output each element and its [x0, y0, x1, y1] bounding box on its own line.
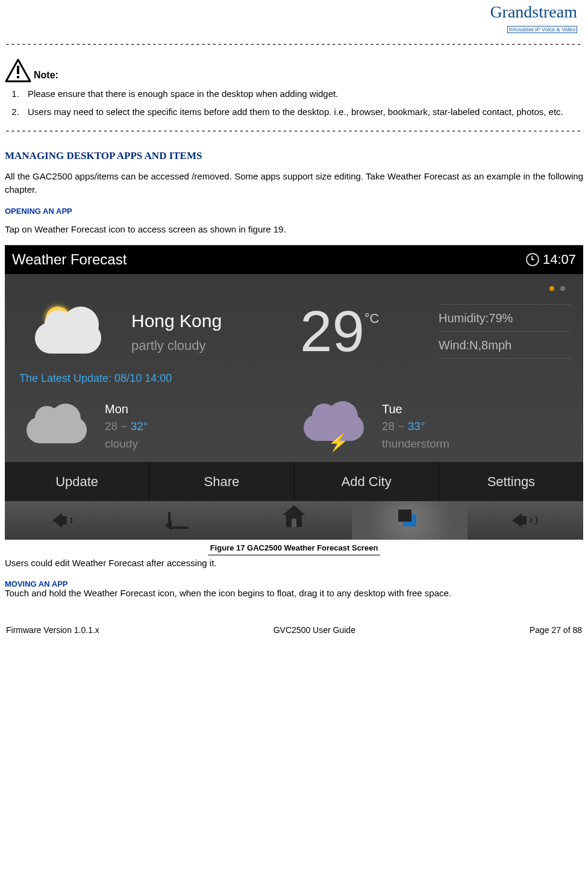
volume-down-icon [52, 513, 74, 528]
volume-up-icon [512, 513, 539, 528]
status-bar: Weather Forecast 14:07 [5, 245, 583, 274]
city-name: Hong Kong [131, 307, 288, 334]
volume-down-button[interactable] [5, 501, 120, 540]
page-indicator [17, 279, 571, 295]
day-condition: thunderstorm [382, 435, 449, 453]
divider: ----------------------------------------… [5, 37, 583, 51]
paragraph-moving: Touch and hold the Weather Forecast icon… [5, 587, 583, 601]
temp-value: 29 [300, 302, 364, 360]
page-dot-active [549, 286, 554, 291]
update-button[interactable]: Update [5, 462, 149, 501]
back-icon [168, 512, 189, 529]
status-clock: 14:07 [526, 249, 576, 269]
note-item: Please ensure that there is enough space… [22, 87, 583, 101]
day-condition: cloudy [105, 435, 148, 453]
temp-range: 28 ~ 32° [105, 418, 148, 435]
temperature: 29 °C [300, 302, 427, 360]
svg-rect-1 [17, 66, 19, 74]
clock-icon [526, 253, 539, 266]
heading-managing: MANAGING DESKTOP APPS AND ITEMS [5, 148, 583, 164]
svg-rect-2 [17, 76, 19, 78]
note-item: Users may need to select the specific it… [22, 105, 583, 119]
forecast-day: ⚡ Tue 28 ~ 33° thunderstorm [294, 395, 571, 462]
home-button[interactable] [236, 501, 352, 540]
temp-unit: °C [364, 308, 380, 328]
heading-opening: OPENING AN APP [5, 205, 583, 217]
volume-up-button[interactable] [468, 501, 583, 540]
add-city-button[interactable]: Add City [295, 462, 439, 501]
city-condition: partly cloudy [131, 335, 288, 355]
home-icon [286, 514, 302, 527]
last-update: The Latest Update: 08/10 14:00 [17, 367, 571, 395]
figure-caption: Figure 17 GAC2500 Weather Forecast Scree… [5, 542, 583, 555]
storm-icon: ⚡ [300, 408, 372, 445]
note-row: Note: [5, 58, 583, 83]
day-name: Tue [382, 400, 449, 418]
brand-name: Grandstream [490, 2, 577, 21]
action-bar: Update Share Add City Settings [5, 462, 583, 501]
warning-icon [5, 58, 31, 83]
paragraph: All the GAC2500 apps/items can be access… [5, 170, 583, 197]
divider: ----------------------------------------… [5, 124, 583, 138]
cloud-icon [23, 408, 95, 445]
nav-bar [5, 501, 583, 540]
day-name: Mon [105, 400, 148, 418]
weather-current-icon [17, 298, 119, 364]
back-button[interactable] [120, 501, 236, 540]
note-label: Note: [34, 68, 58, 83]
paragraph: Tap on Weather Forecast icon to access s… [5, 223, 583, 237]
footer-title: GVC2500 User Guide [274, 624, 355, 637]
weather-screenshot: Weather Forecast 14:07 Hong Kong partly … [5, 245, 583, 540]
footer-page: Page 27 of 88 [530, 624, 582, 637]
recent-apps-icon [403, 514, 416, 526]
paragraph: Users could edit Weather Forecast after … [5, 557, 583, 570]
brand-tagline: Innovative IP Voice & Video [507, 26, 577, 33]
humidity: Humidity:79% [439, 304, 571, 331]
wind: Wind:N,8mph [439, 331, 571, 359]
footer-firmware: Firmware Version 1.0.1.x [6, 624, 99, 637]
app-title: Weather Forecast [12, 249, 127, 270]
page-footer: Firmware Version 1.0.1.x GVC2500 User Gu… [5, 624, 583, 637]
temp-range: 28 ~ 33° [382, 418, 449, 435]
forecast-day: Mon 28 ~ 32° cloudy [17, 395, 294, 462]
humidity-wind: Humidity:79% Wind:N,8mph [439, 304, 571, 359]
brand-logo: Grandstream Innovative IP Voice & Video [5, 4, 583, 35]
note-list: Please ensure that there is enough space… [5, 87, 583, 119]
share-button[interactable]: Share [149, 462, 294, 501]
clock-time: 14:07 [543, 249, 576, 269]
page-dot [560, 286, 565, 291]
recent-apps-button[interactable] [352, 501, 468, 540]
settings-button[interactable]: Settings [439, 462, 583, 501]
